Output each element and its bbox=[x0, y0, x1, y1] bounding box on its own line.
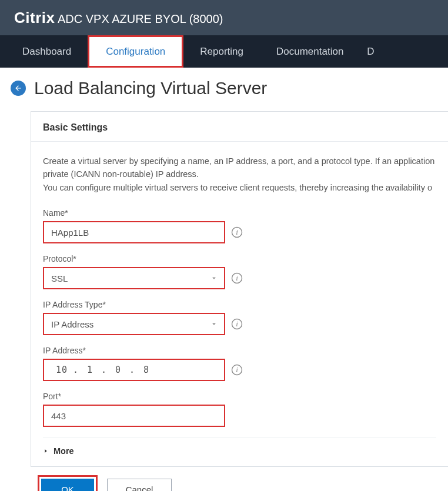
field-name: Name* HApp1LB i bbox=[43, 208, 436, 243]
nav-bar: Dashboard Configuration Reporting Docume… bbox=[0, 35, 448, 68]
label-name: Name* bbox=[43, 208, 436, 218]
field-ip-address: IP Address* 10 . 1 . 0 . 8 i bbox=[43, 346, 436, 381]
label-ip-type: IP Address Type* bbox=[43, 300, 436, 309]
svg-text:i: i bbox=[236, 365, 238, 374]
tab-reporting[interactable]: Reporting bbox=[183, 35, 260, 68]
page-content: Load Balancing Virtual Server Basic Sett… bbox=[0, 68, 448, 491]
port-input[interactable]: 443 bbox=[43, 405, 225, 427]
more-label: More bbox=[54, 446, 74, 456]
name-input[interactable]: HApp1LB bbox=[43, 221, 225, 243]
tab-configuration[interactable]: Configuration bbox=[88, 35, 183, 68]
brand-product: ADC VPX AZURE BYOL (8000) bbox=[58, 12, 223, 25]
ok-button[interactable]: OK bbox=[41, 479, 94, 491]
caret-right-icon bbox=[43, 448, 49, 454]
ip-type-select[interactable]: IP Address bbox=[43, 313, 225, 335]
field-ip-type: IP Address Type* IP Address i bbox=[43, 300, 436, 335]
brand-name: Citrix bbox=[14, 9, 55, 26]
panel-title: Basic Settings bbox=[43, 122, 436, 133]
top-bar: Citrix ADC VPX AZURE BYOL (8000) bbox=[0, 0, 448, 35]
chevron-down-icon bbox=[210, 320, 218, 328]
basic-settings-panel: Basic Settings Create a virtual server b… bbox=[31, 111, 448, 467]
panel-description: Create a virtual server by specifying a … bbox=[43, 155, 436, 194]
panel-header: Basic Settings bbox=[31, 112, 448, 142]
back-arrow-icon bbox=[14, 84, 22, 92]
field-protocol: Protocol* SSL i bbox=[43, 254, 436, 289]
back-button[interactable] bbox=[11, 81, 26, 96]
info-icon[interactable]: i bbox=[231, 226, 243, 238]
svg-text:i: i bbox=[236, 319, 238, 328]
ip-address-input[interactable]: 10 . 1 . 0 . 8 bbox=[43, 359, 225, 381]
more-expander[interactable]: More bbox=[43, 437, 436, 456]
protocol-select[interactable]: SSL bbox=[43, 267, 225, 289]
ok-highlight: OK bbox=[38, 475, 98, 491]
info-icon[interactable]: i bbox=[231, 364, 243, 376]
cancel-button[interactable]: Cancel bbox=[107, 479, 172, 491]
tab-documentation[interactable]: Documentation bbox=[260, 35, 360, 68]
field-port: Port* 443 bbox=[43, 392, 436, 427]
action-buttons: OK Cancel bbox=[31, 467, 448, 491]
info-icon[interactable]: i bbox=[231, 272, 243, 284]
tab-dashboard[interactable]: Dashboard bbox=[6, 35, 88, 68]
svg-text:i: i bbox=[236, 273, 238, 282]
label-ip-address: IP Address* bbox=[43, 346, 436, 355]
label-port: Port* bbox=[43, 392, 436, 401]
label-protocol: Protocol* bbox=[43, 254, 436, 263]
svg-text:i: i bbox=[236, 228, 238, 236]
tab-truncated[interactable]: D bbox=[360, 35, 374, 68]
page-title: Load Balancing Virtual Server bbox=[34, 78, 267, 98]
chevron-down-icon bbox=[210, 274, 218, 282]
panel-body: Create a virtual server by specifying a … bbox=[31, 142, 448, 466]
brand-title: Citrix ADC VPX AZURE BYOL (8000) bbox=[14, 9, 223, 27]
info-icon[interactable]: i bbox=[231, 318, 243, 330]
page-header: Load Balancing Virtual Server bbox=[8, 78, 448, 98]
